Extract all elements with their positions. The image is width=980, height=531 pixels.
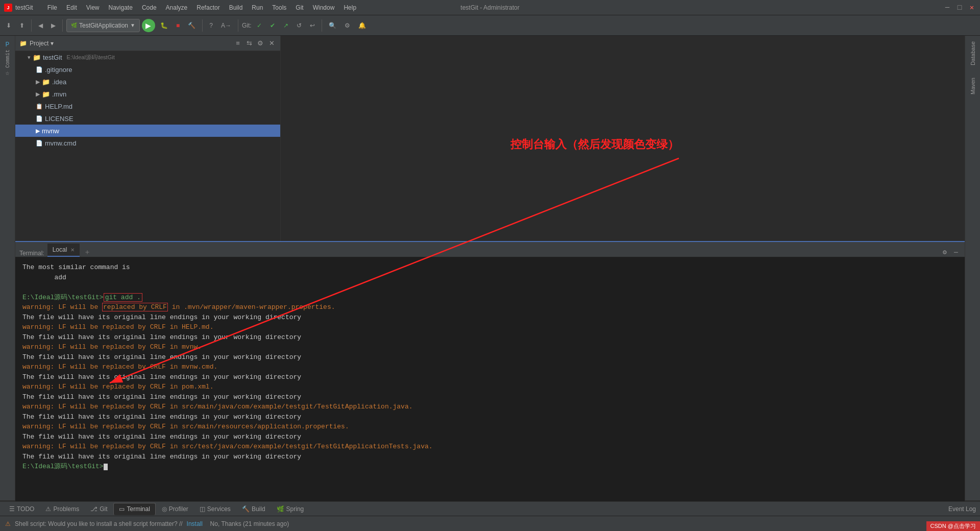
terminal-minimize-button[interactable]: ─ bbox=[951, 248, 961, 257]
settings-button[interactable]: ⚙ bbox=[341, 18, 353, 33]
tab-todo[interactable]: ☰ TODO bbox=[4, 503, 39, 515]
database-tab[interactable]: Database bbox=[970, 38, 976, 68]
root-path: E:\Ideal源码\testGit bbox=[67, 54, 115, 61]
debug-button[interactable]: 🐛 bbox=[157, 18, 171, 33]
term-warn-6: warning: LF will be replaced by CRLF in … bbox=[22, 402, 958, 412]
term-warn-1: warning: LF will be replaced by CRLF in … bbox=[22, 302, 958, 312]
back-button[interactable]: ◀ bbox=[35, 18, 46, 33]
tab-terminal[interactable]: ▭ Terminal bbox=[113, 503, 155, 515]
run-config-selector[interactable]: 🌿 TestGitApplication ▼ bbox=[66, 19, 140, 32]
expand-all-button[interactable]: ⇆ bbox=[244, 39, 254, 48]
term-normal-2: The file will have its original line end… bbox=[22, 332, 958, 343]
separator-1 bbox=[31, 19, 32, 32]
maven-tab[interactable]: Maven bbox=[970, 75, 976, 98]
tree-item-helpmd[interactable]: 📋 HELP.md bbox=[15, 100, 280, 112]
terminal-output: The most similar command is add E:\Ideal… bbox=[15, 257, 965, 501]
term-line-prompt-cmd: E:\Ideal源码\testGit>git add . bbox=[22, 293, 958, 303]
event-log-button[interactable]: Event Log bbox=[948, 505, 976, 513]
tab-spring[interactable]: 🌿 Spring bbox=[272, 503, 309, 515]
window-title: testGit - Administrator bbox=[460, 4, 519, 11]
menu-analyze[interactable]: Analyze bbox=[162, 3, 192, 12]
tab-profiler[interactable]: ◎ Profiler bbox=[157, 503, 193, 515]
close-button[interactable]: ✕ bbox=[968, 4, 976, 12]
terminal-tabs: Terminal: Local ✕ ＋ ⚙ ─ bbox=[15, 242, 965, 257]
notifications-button[interactable]: 🔔 bbox=[355, 18, 369, 33]
add-terminal-button[interactable]: ＋ bbox=[81, 248, 94, 257]
tree-item-license[interactable]: 📄 LICENSE bbox=[15, 112, 280, 125]
run-button[interactable]: ▶ bbox=[142, 19, 155, 32]
translate-button[interactable]: A→ bbox=[218, 18, 234, 33]
menu-code[interactable]: Code bbox=[138, 3, 161, 12]
tree-item-mvnwcmd[interactable]: 📄 mvnw.cmd bbox=[15, 137, 280, 149]
close-panel-button[interactable]: ✕ bbox=[267, 39, 276, 48]
term-final-prompt: E:\Ideal源码\testGit> bbox=[22, 462, 958, 472]
terminal-label: Terminal: bbox=[19, 250, 44, 257]
git-history[interactable]: ↺ bbox=[293, 18, 305, 33]
tab-spring-label: Spring bbox=[286, 505, 304, 513]
tab-services-label: Services bbox=[207, 505, 231, 513]
menu-navigate[interactable]: Navigate bbox=[105, 3, 137, 12]
run-config-arrow: ▼ bbox=[130, 22, 135, 28]
git-checkmark[interactable]: ✓ bbox=[254, 18, 265, 33]
tree-item-gitignore[interactable]: 📄 .gitignore bbox=[15, 63, 280, 76]
term-normal-1: The file will have its original line end… bbox=[22, 312, 958, 323]
menu-file[interactable]: File bbox=[43, 3, 61, 12]
nothanks-link[interactable]: No, Thanks (21 minutes ago) bbox=[207, 520, 289, 527]
todo-icon: ☰ bbox=[9, 505, 15, 513]
tab-build[interactable]: 🔨 Build bbox=[237, 503, 271, 515]
git-icon: ⎇ bbox=[90, 505, 97, 513]
menu-build[interactable]: Build bbox=[225, 3, 247, 12]
terminal-tab-local[interactable]: Local ✕ bbox=[47, 244, 80, 257]
term-normal-5: The file will have its original line end… bbox=[22, 392, 958, 402]
menu-window[interactable]: Window bbox=[309, 3, 339, 12]
tab-close-button[interactable]: ✕ bbox=[70, 247, 75, 253]
run-icon: 🌿 bbox=[71, 22, 77, 28]
folder-icon: 📁 bbox=[19, 40, 27, 47]
menu-run[interactable]: Run bbox=[248, 3, 267, 12]
search-everywhere-button[interactable]: 🔍 bbox=[326, 18, 339, 33]
sidebar-item-project[interactable]: P bbox=[2, 38, 14, 51]
term-warn-5: warning: LF will be replaced by CRLF in … bbox=[22, 382, 958, 392]
menu-help[interactable]: Help bbox=[339, 3, 360, 12]
stop-button[interactable]: ■ bbox=[173, 18, 183, 33]
vcs-push-button[interactable]: ⬆ bbox=[16, 18, 28, 33]
tab-problems[interactable]: ⚠ Problems bbox=[40, 503, 84, 515]
install-link[interactable]: Install bbox=[187, 520, 203, 527]
term-line-2: add bbox=[22, 273, 958, 283]
sidebar-item-commit[interactable]: Commit bbox=[2, 53, 14, 65]
menu-refactor[interactable]: Refactor bbox=[192, 3, 224, 12]
forward-button[interactable]: ▶ bbox=[48, 18, 59, 33]
warning-icon: ⚠ bbox=[5, 520, 11, 527]
term-prompt: E:\Ideal源码\testGit> bbox=[22, 294, 104, 301]
tab-terminal-label: Terminal bbox=[127, 505, 150, 513]
tab-problems-label: Problems bbox=[53, 505, 79, 513]
term-final-prompt-text: E:\Ideal源码\testGit> bbox=[22, 463, 104, 470]
terminal-settings-button[interactable]: ⚙ bbox=[940, 248, 949, 257]
right-sidebar: Database Maven bbox=[965, 36, 980, 500]
file-name-help: HELP.md bbox=[45, 103, 72, 110]
menu-edit[interactable]: Edit bbox=[62, 3, 81, 12]
csdn-badge: CSDN @点击学习 bbox=[926, 521, 980, 531]
git-tick[interactable]: ✔ bbox=[267, 18, 278, 33]
tree-item-idea[interactable]: ▶ 📁 .idea bbox=[15, 76, 280, 88]
minimize-button[interactable]: ─ bbox=[943, 4, 951, 12]
menu-git[interactable]: Git bbox=[291, 3, 307, 12]
git-push-arrow[interactable]: ↗ bbox=[280, 18, 291, 33]
terminal-cursor bbox=[104, 464, 108, 470]
build-button[interactable]: 🔨 bbox=[185, 18, 199, 33]
maximize-button[interactable]: □ bbox=[955, 4, 964, 12]
sidebar-item-bookmark[interactable]: ☆ bbox=[2, 67, 14, 79]
collapse-all-button[interactable]: ≡ bbox=[233, 39, 242, 48]
tab-services[interactable]: ◫ Services bbox=[194, 503, 236, 515]
vcs-update-button[interactable]: ⬇ bbox=[3, 18, 14, 33]
term-normal-3: The file will have its original line end… bbox=[22, 352, 958, 363]
settings-panel-button[interactable]: ⚙ bbox=[256, 39, 265, 48]
help-button[interactable]: ? bbox=[206, 18, 216, 33]
tab-git[interactable]: ⎇ Git bbox=[85, 503, 112, 515]
menu-tools[interactable]: Tools bbox=[268, 3, 290, 12]
git-revert[interactable]: ↩ bbox=[307, 18, 318, 33]
menu-view[interactable]: View bbox=[82, 3, 104, 12]
tree-item-mvnw[interactable]: ▶ mvnw bbox=[15, 125, 280, 137]
tree-item-mvn[interactable]: ▶ 📁 .mvn bbox=[15, 88, 280, 100]
tree-root[interactable]: ▾ 📁 testGit E:\Ideal源码\testGit bbox=[15, 51, 280, 63]
